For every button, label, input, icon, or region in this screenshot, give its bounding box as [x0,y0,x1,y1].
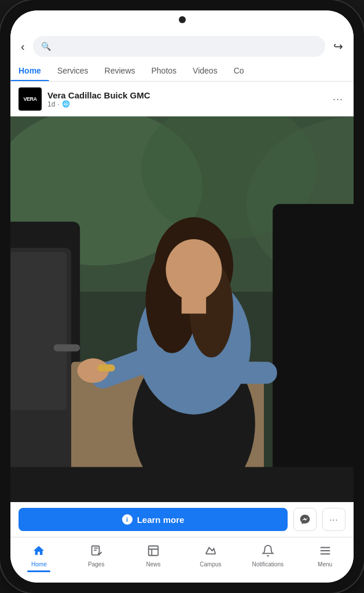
ellipsis-icon: ··· [330,515,339,524]
nav-label-news: News [146,561,161,568]
notifications-icon [262,544,274,559]
avatar: VERA [19,87,42,111]
more-actions-button[interactable]: ··· [322,508,345,531]
svg-rect-24 [149,546,159,556]
phone-inner: ‹ 🔍 ↪ Home Services Reviews Photos Video… [10,10,354,583]
post-info: Vera Cadillac Buick GMC 1d · 🌐 [47,90,330,108]
back-button[interactable]: ‹ [19,38,27,56]
nav-label-campus: Campus [200,561,221,568]
tab-videos[interactable]: Videos [185,60,226,81]
search-icon: 🔍 [41,42,51,51]
nav-label-home: Home [31,561,47,568]
action-bar: i Learn more ··· [10,502,354,537]
svg-rect-7 [10,252,67,410]
share-button[interactable]: ↪ [331,37,345,56]
svg-rect-17 [182,287,206,313]
screen: ‹ 🔍 ↪ Home Services Reviews Photos Video… [10,10,354,583]
nav-item-news[interactable]: News [125,542,182,574]
post-image [10,116,354,502]
menu-icon [319,544,332,559]
pages-icon [90,544,102,559]
messenger-button[interactable] [293,508,317,531]
globe-icon: 🌐 [62,100,70,108]
nav-label-notifications: Notifications [252,561,283,568]
post-container: VERA Vera Cadillac Buick GMC 1d · 🌐 ··· [10,82,354,537]
svg-rect-21 [216,362,277,384]
nav-item-home[interactable]: Home [10,542,68,574]
nav-label-pages: Pages [88,561,104,568]
tab-services[interactable]: Services [49,60,97,81]
tab-photos[interactable]: Photos [144,60,185,81]
camera-notch [179,16,186,23]
post-more-button[interactable]: ··· [330,91,345,108]
svg-rect-8 [54,345,80,352]
search-bar[interactable]: 🔍 [33,36,325,57]
nav-underline [27,570,50,572]
nav-item-notifications[interactable]: Notifications [239,542,296,574]
post-meta: 1d · 🌐 [47,100,330,108]
page-name: Vera Cadillac Buick GMC [47,90,330,100]
nav-item-menu[interactable]: Menu [296,542,354,574]
nav-label-menu: Menu [318,561,332,568]
top-nav: ‹ 🔍 ↪ [10,32,354,60]
bottom-nav: Home Pages [10,537,354,583]
tab-reviews[interactable]: Reviews [97,60,144,81]
svg-rect-22 [10,467,354,502]
learn-more-button[interactable]: i Learn more [19,508,288,531]
phone-frame: ‹ 🔍 ↪ Home Services Reviews Photos Video… [0,0,364,593]
post-header: VERA Vera Cadillac Buick GMC 1d · 🌐 ··· [10,82,354,116]
info-icon: i [122,514,133,525]
nav-item-campus[interactable]: Campus [182,542,239,574]
svg-rect-20 [97,364,115,371]
page-tabs: Home Services Reviews Photos Videos Co [10,60,354,82]
nav-item-pages[interactable]: Pages [68,542,125,574]
home-icon [32,544,45,559]
tab-home[interactable]: Home [10,60,49,81]
campus-icon [204,544,217,559]
svg-rect-9 [273,204,354,502]
news-icon [147,544,160,559]
tab-more[interactable]: Co [226,60,252,81]
